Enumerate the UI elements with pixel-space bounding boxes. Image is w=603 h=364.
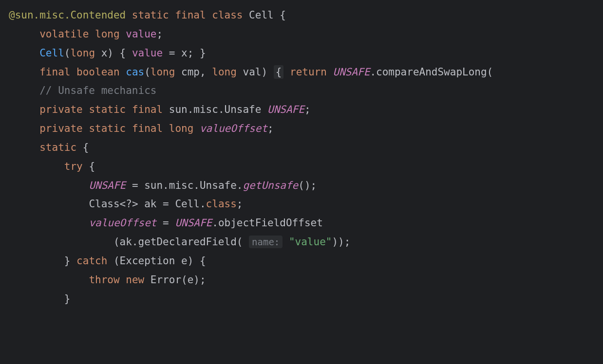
folded-brace: { — [274, 65, 284, 79]
code-line-11: UNSAFE = sun.misc.Unsafe.getUnsafe(); — [9, 176, 594, 195]
code-line-13: valueOffset = UNSAFE.objectFieldOffset — [9, 214, 594, 233]
comment-token: // Unsafe mechanics — [39, 85, 156, 96]
code-line-7: private static final sun.misc.Unsafe UNS… — [9, 100, 594, 119]
code-line-6: // Unsafe mechanics — [9, 81, 594, 100]
code-line-4: final boolean cas(long cmp, long val) { … — [9, 63, 594, 82]
code-line-14: (ak.getDeclaredField( name: "value")); — [9, 233, 594, 252]
code-line-2: volatile long value; — [9, 25, 594, 44]
parameter-hint: name: — [249, 236, 283, 248]
code-line-9: static { — [9, 138, 594, 157]
unsafe-ref: UNSAFE — [327, 66, 370, 78]
code-line-16: throw new Error(e); — [9, 271, 594, 290]
method-cas: cas — [120, 66, 145, 78]
code-line-1: @sun.misc.Contended static final class C… — [9, 6, 594, 25]
code-line-10: try { — [9, 157, 594, 176]
string-literal: "value" — [283, 236, 332, 248]
code-line-15: } catch (Exception e) { — [9, 252, 594, 271]
code-line-17: } — [9, 290, 594, 309]
code-line-8: private static final long valueOffset; — [9, 119, 594, 138]
code-line-3: Cell(long x) { value = x; } — [9, 44, 594, 63]
code-line-12: Class<?> ak = Cell.class; — [9, 195, 594, 214]
code-editor[interactable]: @sun.misc.Contended static final class C… — [9, 6, 594, 309]
constructor-name: Cell — [39, 47, 64, 59]
annotation-token: @sun.misc.Contended — [9, 9, 126, 21]
